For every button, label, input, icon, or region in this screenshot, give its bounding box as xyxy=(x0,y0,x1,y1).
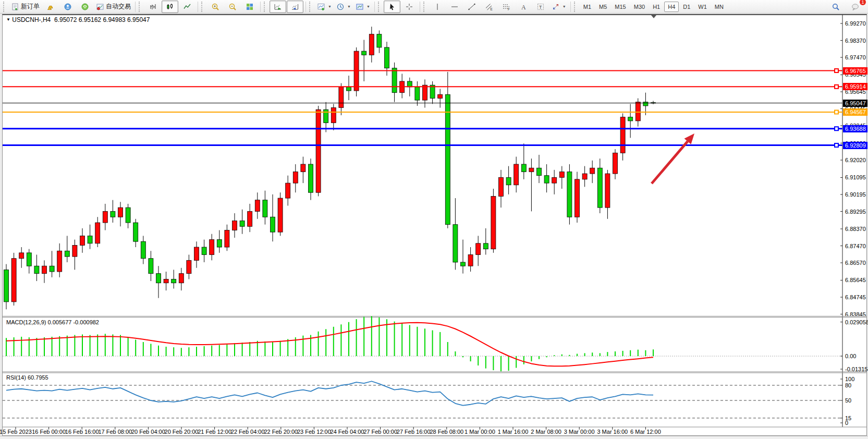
autotrading-button-label: 自动交易 xyxy=(106,2,131,11)
level-price-badge[interactable]: 6.92809 xyxy=(843,142,867,149)
rsi-value: 60.7955 xyxy=(28,374,48,381)
chat-button[interactable]: 1 xyxy=(847,1,864,13)
level-price-badge[interactable]: 6.95914 xyxy=(843,83,867,90)
toolbar-separator xyxy=(135,2,136,12)
bar-chart-icon xyxy=(149,3,157,11)
timeframe-button-h1[interactable]: H1 xyxy=(649,2,664,12)
fibonacci-button[interactable]: F xyxy=(498,1,515,13)
timeframe-button-m5[interactable]: M5 xyxy=(595,2,610,12)
chevron-down-icon[interactable]: ▼ xyxy=(347,5,351,8)
zoom-out-icon xyxy=(228,3,237,11)
hline-button[interactable] xyxy=(446,1,463,13)
level-price-badge[interactable]: 6.96765 xyxy=(843,67,867,75)
line-chart-icon xyxy=(183,3,191,11)
signal-icon xyxy=(81,3,89,11)
chevron-down-icon[interactable]: ▼ xyxy=(366,5,370,8)
text-icon: A xyxy=(519,3,528,11)
current-price-badge[interactable]: 6.95047 xyxy=(843,100,867,107)
zoom-in-button[interactable] xyxy=(207,1,224,13)
timeframe-button-w1[interactable]: W1 xyxy=(694,2,711,12)
chart-shift-button[interactable] xyxy=(287,1,303,13)
chart-window[interactable] xyxy=(2,14,867,436)
macd-main-value: 0.005677 xyxy=(47,319,71,325)
toolbar-grip[interactable] xyxy=(3,2,7,12)
gold-button[interactable] xyxy=(42,1,59,13)
text-button[interactable]: A xyxy=(515,1,532,13)
arrows-button[interactable]: ▼ xyxy=(549,1,568,13)
candlestick-icon xyxy=(166,3,174,11)
candlestick-button[interactable] xyxy=(162,1,178,13)
level-price-badge[interactable]: 6.93688 xyxy=(843,125,867,132)
indicators-icon xyxy=(317,3,325,11)
symbol-dropdown-icon[interactable]: ▼ xyxy=(6,17,10,22)
community-icon xyxy=(64,3,72,11)
new-order-button-label: 新订单 xyxy=(21,2,40,11)
notification-badge: 1 xyxy=(860,0,866,5)
vline-icon xyxy=(433,3,442,11)
timeframe-button-m30[interactable]: M30 xyxy=(630,2,649,12)
periods-button[interactable]: ▼ xyxy=(334,1,353,13)
timeframe-button-d1[interactable]: D1 xyxy=(679,2,694,12)
toolbar-separator xyxy=(305,2,306,12)
toolbar-separator xyxy=(420,2,420,12)
fibonacci-icon: F xyxy=(502,3,510,11)
toolbar-separator xyxy=(374,2,375,12)
new-order-icon xyxy=(11,3,19,11)
trendline-icon xyxy=(468,3,476,11)
toolbar-grip[interactable] xyxy=(309,2,313,12)
timeframe-button-h4[interactable]: H4 xyxy=(664,2,679,12)
toolbar-grip[interactable] xyxy=(378,2,382,12)
toolbar-right-group: 1 xyxy=(827,1,866,13)
tile-windows-button[interactable] xyxy=(241,1,258,13)
toolbar-separator xyxy=(260,2,261,12)
templates-button[interactable]: ▼ xyxy=(353,1,372,13)
hline-icon xyxy=(450,3,459,11)
auto-scroll-button[interactable] xyxy=(270,1,286,13)
toolbar-grip[interactable] xyxy=(574,2,578,12)
chart-shift-icon xyxy=(291,3,299,11)
status-bar xyxy=(0,436,868,439)
chart-shift-marker-icon xyxy=(651,15,656,18)
toolbar-separator xyxy=(198,2,198,12)
timeframe-button-m1[interactable]: M1 xyxy=(580,2,595,12)
main-toolbar: 新订单自动交易▼▼▼EFAT▼M1M5M15M30H1H4D1W1MN1 xyxy=(0,0,868,14)
clock-icon xyxy=(336,3,345,11)
zoom-out-button[interactable] xyxy=(224,1,241,13)
ohlc-values: 6.95072 6.95162 6.94983 6.95047 xyxy=(54,16,150,23)
arrows-icon xyxy=(552,3,560,11)
trendline-button[interactable] xyxy=(463,1,480,13)
timeframe-button-mn[interactable]: MN xyxy=(711,2,727,12)
autotrade-icon xyxy=(96,3,104,11)
chart-title: ▼ USDCNH-,H4 6.95072 6.95162 6.94983 6.9… xyxy=(6,16,150,23)
timeframe-button-m15[interactable]: M15 xyxy=(611,2,629,12)
autotrading-button[interactable]: 自动交易 xyxy=(94,1,133,13)
tile-windows-icon xyxy=(246,3,254,11)
community-button[interactable] xyxy=(59,1,76,13)
level-price-badge[interactable]: 6.94567 xyxy=(843,108,867,116)
label-icon: T xyxy=(536,3,545,11)
toolbar-grip[interactable] xyxy=(264,2,267,12)
symbol-name: USDCNH-,H4 xyxy=(12,16,51,23)
signals-button[interactable] xyxy=(77,1,93,13)
toolbar-grip[interactable] xyxy=(201,2,205,12)
chevron-down-icon[interactable]: ▼ xyxy=(328,5,332,8)
zoom-in-icon xyxy=(211,3,219,11)
crosshair-button[interactable] xyxy=(401,1,418,13)
vline-button[interactable] xyxy=(429,1,446,13)
channel-button[interactable]: E xyxy=(481,1,497,13)
macd-name: MACD(12,26,9) xyxy=(6,319,46,325)
bar-chart-button[interactable] xyxy=(144,1,161,13)
line-chart-button[interactable] xyxy=(179,1,195,13)
chevron-down-icon[interactable]: ▼ xyxy=(563,5,566,8)
label-button[interactable]: T xyxy=(532,1,549,13)
indicators-button[interactable]: ▼ xyxy=(315,1,334,13)
cursor-icon xyxy=(388,3,396,11)
cursor-button[interactable] xyxy=(384,1,400,13)
toolbar-grip[interactable] xyxy=(139,2,142,12)
macd-signal-value: -0.000982 xyxy=(73,319,99,325)
search-button[interactable] xyxy=(827,1,844,13)
auto-scroll-icon xyxy=(274,3,282,11)
new-order-button[interactable]: 新订单 xyxy=(9,1,42,13)
toolbar-grip[interactable] xyxy=(423,2,427,12)
crosshair-icon xyxy=(405,3,413,11)
